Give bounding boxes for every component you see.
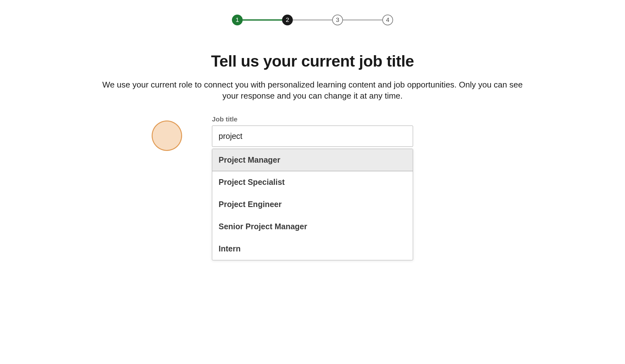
job-title-form: Job title Project Manager Project Specia… <box>212 115 413 147</box>
progress-line <box>343 20 382 20</box>
step-number: 1 <box>236 16 239 23</box>
suggestion-item[interactable]: Project Manager <box>212 149 413 171</box>
step-number: 2 <box>286 16 289 23</box>
page-subtitle: We use your current role to connect you … <box>102 79 523 101</box>
suggestion-item[interactable]: Senior Project Manager <box>212 216 413 238</box>
job-title-input[interactable] <box>212 126 413 147</box>
progress-step-2: 2 <box>282 15 293 25</box>
progress-line <box>243 19 282 21</box>
suggestion-item[interactable]: Project Specialist <box>212 171 413 193</box>
step-number: 4 <box>386 16 390 23</box>
step-number: 3 <box>336 16 339 23</box>
progress-line <box>293 20 332 20</box>
progress-step-1: 1 <box>232 15 243 25</box>
suggestion-item[interactable]: Intern <box>212 238 413 260</box>
main-content: Tell us your current job title We use yo… <box>90 52 535 147</box>
suggestion-item[interactable]: Project Engineer <box>212 193 413 216</box>
suggestions-dropdown: Project Manager Project Specialist Proje… <box>212 149 413 260</box>
page-title: Tell us your current job title <box>102 52 523 70</box>
progress-stepper: 1 2 3 4 <box>0 0 625 25</box>
progress-step-4: 4 <box>382 15 393 25</box>
progress-step-3: 3 <box>332 15 343 25</box>
job-title-label: Job title <box>212 115 413 123</box>
